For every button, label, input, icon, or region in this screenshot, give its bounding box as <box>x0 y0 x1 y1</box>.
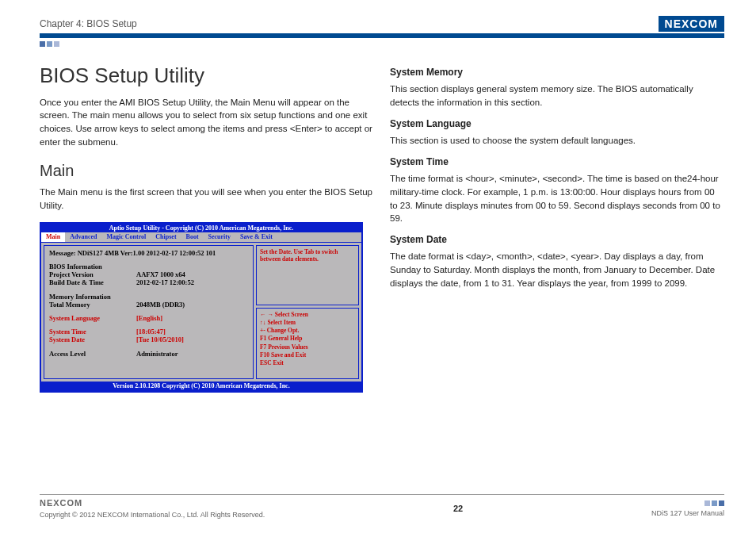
sys-language-text: This section is used to choose the syste… <box>390 134 724 148</box>
bios-build-label: Build Date & Time <box>49 278 136 286</box>
page-heading: BIOS Setup Utility <box>40 61 374 91</box>
intro-paragraph: Once you enter the AMI BIOS Setup Utilit… <box>40 96 374 149</box>
bios-title-bar: Aptio Setup Utility - Copyright (C) 2010… <box>41 224 361 233</box>
bios-key-row: +- Change Opt. <box>260 327 355 335</box>
bios-tab-boot[interactable]: Boot <box>181 232 204 242</box>
bios-left-panel: Message: NDiS127 4MB Ver:1.00 2012-02-17… <box>44 245 254 379</box>
bios-project-value: AAFX7 1000 x64 <box>136 270 185 278</box>
bios-lang-value[interactable]: [English] <box>136 314 162 322</box>
sys-date-heading: System Date <box>390 233 724 247</box>
bios-date-value[interactable]: [Tue 10/05/2010] <box>136 336 184 343</box>
bios-tab-security[interactable]: Security <box>204 232 235 242</box>
bios-key-row: F10 Save and Exit <box>260 351 355 359</box>
bios-access-value: Administrator <box>136 350 178 358</box>
bios-menu-bar: Main Advanced Magic Control Chipset Boot… <box>41 232 361 243</box>
bios-screenshot: Aptio Setup Utility - Copyright (C) 2010… <box>40 222 363 393</box>
bios-key-row: ESC Exit <box>260 359 355 367</box>
footer-copyright: Copyright © 2012 NEXCOM International Co… <box>40 511 265 519</box>
sys-time-heading: System Time <box>390 155 724 169</box>
sys-language-heading: System Language <box>390 117 724 131</box>
main-paragraph: The Main menu is the first screen that y… <box>40 186 374 212</box>
bios-build-value: 2012-02-17 12:00:52 <box>136 278 194 286</box>
page-number: 22 <box>453 504 463 513</box>
bios-time-label[interactable]: System Time <box>49 328 136 336</box>
bios-project-label: Project Version <box>49 270 136 278</box>
bios-mem-label: Total Memory <box>49 301 136 309</box>
bios-key-row: F1 General Help <box>260 335 355 343</box>
bios-tab-main[interactable]: Main <box>41 232 65 242</box>
decorative-squares <box>704 500 724 506</box>
sys-memory-text: This section displays general system mem… <box>390 82 724 109</box>
bios-mem-header: Memory Information <box>49 293 248 301</box>
bios-info-header: BIOS Information <box>49 263 248 270</box>
footer-logo: NEXCOM <box>40 498 265 508</box>
bios-tab-chipset[interactable]: Chipset <box>151 232 181 242</box>
bios-tab-saveexit[interactable]: Save & Exit <box>235 232 277 242</box>
bios-key-row: F7 Previous Values <box>260 343 355 351</box>
bios-key-row: ← → Select Screen <box>260 311 355 319</box>
decorative-squares <box>40 41 724 47</box>
bios-access-label: Access Level <box>49 350 136 358</box>
bios-message: Message: NDiS127 4MB Ver:1.00 2012-02-17… <box>49 249 248 257</box>
bios-tab-advanced[interactable]: Advanced <box>65 232 101 242</box>
brand-logo: NEXCOM <box>659 16 724 32</box>
footer-doc-title: NDiS 127 User Manual <box>651 509 724 517</box>
bios-mem-value: 2048MB (DDR3) <box>136 301 185 309</box>
bios-lang-label[interactable]: System Language <box>49 314 136 322</box>
section-main-heading: Main <box>40 159 374 182</box>
sys-memory-heading: System Memory <box>390 66 724 79</box>
bios-help-panel: Set the Date. Use Tab to switch between … <box>256 245 359 305</box>
bios-key-row: ↑↓ Select Item <box>260 319 355 327</box>
sys-date-text: The date format is <day>, <month>, <date… <box>390 250 724 290</box>
bios-tab-magic[interactable]: Magic Control <box>101 232 151 242</box>
sys-time-text: The time format is <hour>, <minute>, <se… <box>390 172 724 225</box>
bios-time-value[interactable]: [18:05:47] <box>136 328 166 336</box>
bios-footer-bar: Version 2.10.1208 Copyright (C) 2010 Ame… <box>41 382 361 391</box>
bios-keys-panel: ← → Select Screen ↑↓ Select Item +- Chan… <box>256 308 359 379</box>
bios-date-label[interactable]: System Date <box>49 336 136 343</box>
chapter-title: Chapter 4: BIOS Setup <box>40 18 137 29</box>
